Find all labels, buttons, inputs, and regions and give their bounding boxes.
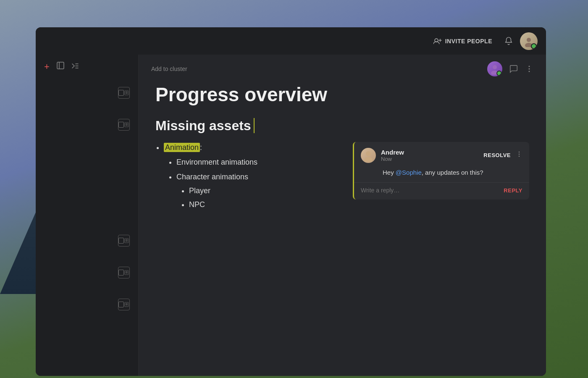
sidebar-page-item-5[interactable] bbox=[118, 299, 130, 310]
expand-icon bbox=[56, 61, 65, 70]
resolve-button[interactable]: RESOLVE bbox=[483, 152, 511, 158]
svg-point-25 bbox=[364, 157, 373, 162]
sidebar-page-item-1[interactable] bbox=[118, 87, 130, 99]
chat-icon bbox=[509, 64, 518, 74]
sidebar-expand-button[interactable] bbox=[56, 61, 65, 72]
svg-rect-14 bbox=[126, 271, 128, 272]
svg-point-26 bbox=[519, 152, 520, 152]
doc-body: Progress overview Missing assets Animati… bbox=[139, 80, 546, 376]
comment-header: Andrew Now RESOLVE bbox=[354, 142, 529, 166]
sidebar-collapse-button[interactable] bbox=[71, 63, 79, 71]
svg-rect-9 bbox=[126, 125, 128, 125]
char-anim-subitems: Player NPC bbox=[176, 185, 344, 210]
content-area: + bbox=[36, 55, 546, 376]
svg-rect-15 bbox=[126, 273, 128, 273]
comment-card: Andrew Now RESOLVE bbox=[353, 142, 529, 200]
page-icon-1 bbox=[124, 89, 129, 96]
comment-reply-area: REPLY bbox=[354, 182, 529, 200]
collapse-icon bbox=[71, 63, 79, 69]
svg-rect-6 bbox=[126, 93, 128, 93]
comment-user-info: Andrew Now bbox=[381, 149, 478, 162]
animation-subitems: Environment animations Character animati… bbox=[164, 157, 344, 210]
page-icon-3 bbox=[124, 237, 129, 244]
doc-header: Add to cluster bbox=[139, 55, 546, 80]
svg-point-27 bbox=[519, 154, 520, 155]
comment-mention[interactable]: @Sophie bbox=[396, 169, 422, 176]
app-window: INVITE PEOPLE Saved + bbox=[36, 27, 546, 376]
notification-bell-button[interactable] bbox=[504, 37, 513, 46]
bullet-env-animations: Environment animations bbox=[176, 157, 344, 168]
comment-more-button[interactable] bbox=[516, 151, 522, 160]
comment-panel: Andrew Now RESOLVE bbox=[353, 142, 529, 215]
comment-username: Andrew bbox=[381, 149, 478, 156]
text-cursor bbox=[254, 118, 255, 133]
comment-user-avatar bbox=[361, 148, 376, 163]
doc-avatar-image bbox=[487, 61, 502, 76]
svg-rect-18 bbox=[126, 304, 128, 305]
svg-point-21 bbox=[529, 66, 530, 67]
document-title: Progress overview bbox=[155, 84, 529, 105]
add-to-cluster-label[interactable]: Add to cluster bbox=[151, 66, 187, 72]
sidebar: + bbox=[36, 55, 139, 376]
svg-point-20 bbox=[491, 71, 499, 75]
chat-button[interactable] bbox=[509, 64, 518, 74]
sidebar-page-item-2[interactable] bbox=[118, 119, 130, 131]
doc-actions bbox=[487, 61, 533, 76]
svg-rect-3 bbox=[57, 62, 64, 69]
user-avatar[interactable] bbox=[520, 32, 538, 50]
svg-point-24 bbox=[366, 151, 371, 156]
add-person-icon bbox=[433, 38, 442, 45]
section-title: Missing assets bbox=[155, 118, 529, 134]
bullet-char-animations: Character animations Player NPC bbox=[176, 171, 344, 210]
svg-point-1 bbox=[527, 38, 531, 42]
more-options-button[interactable] bbox=[525, 65, 533, 73]
page-icon-4 bbox=[124, 269, 129, 276]
sidebar-icons bbox=[36, 79, 138, 319]
sidebar-top: + bbox=[36, 55, 138, 79]
svg-rect-5 bbox=[126, 92, 128, 92]
bullet-npc: NPC bbox=[189, 199, 344, 210]
page-icon-5 bbox=[124, 301, 129, 308]
highlighted-animation: Animation bbox=[164, 143, 200, 152]
sidebar-page-item-4[interactable] bbox=[118, 267, 130, 278]
comment-timestamp: Now bbox=[381, 156, 478, 162]
document-list: Animation: Environment animations Charac… bbox=[155, 142, 344, 215]
comment-body: Hey @Sophie, any updates on this? bbox=[354, 166, 529, 183]
reply-button[interactable]: REPLY bbox=[504, 187, 522, 194]
invite-people-button[interactable]: INVITE PEOPLE bbox=[428, 34, 497, 48]
svg-point-23 bbox=[529, 71, 530, 72]
comment-more-icon bbox=[516, 151, 522, 158]
svg-point-2 bbox=[525, 43, 533, 47]
reply-input[interactable] bbox=[361, 187, 504, 194]
doc-user-avatar[interactable] bbox=[487, 61, 502, 76]
sidebar-add-button[interactable]: + bbox=[44, 62, 50, 71]
more-icon bbox=[525, 65, 533, 73]
comment-section: Animation: Environment animations Charac… bbox=[155, 142, 529, 215]
bullet-player: Player bbox=[189, 185, 344, 197]
svg-point-22 bbox=[529, 68, 530, 70]
bullet-animation: Animation: Environment animations Charac… bbox=[164, 142, 344, 210]
page-icon-2 bbox=[124, 121, 129, 128]
top-bar: INVITE PEOPLE bbox=[36, 27, 546, 55]
bell-icon bbox=[504, 37, 513, 46]
main-bullet-list: Animation: Environment animations Charac… bbox=[155, 142, 344, 210]
svg-rect-17 bbox=[126, 303, 128, 304]
sidebar-page-item-3[interactable] bbox=[118, 235, 130, 247]
svg-point-28 bbox=[519, 156, 520, 157]
main-content: Add to cluster bbox=[139, 55, 546, 376]
svg-rect-8 bbox=[126, 123, 128, 124]
invite-button-label: INVITE PEOPLE bbox=[445, 38, 492, 45]
svg-point-19 bbox=[493, 65, 497, 69]
svg-rect-11 bbox=[126, 239, 128, 240]
svg-rect-12 bbox=[126, 241, 128, 241]
avatar-face bbox=[520, 32, 538, 50]
